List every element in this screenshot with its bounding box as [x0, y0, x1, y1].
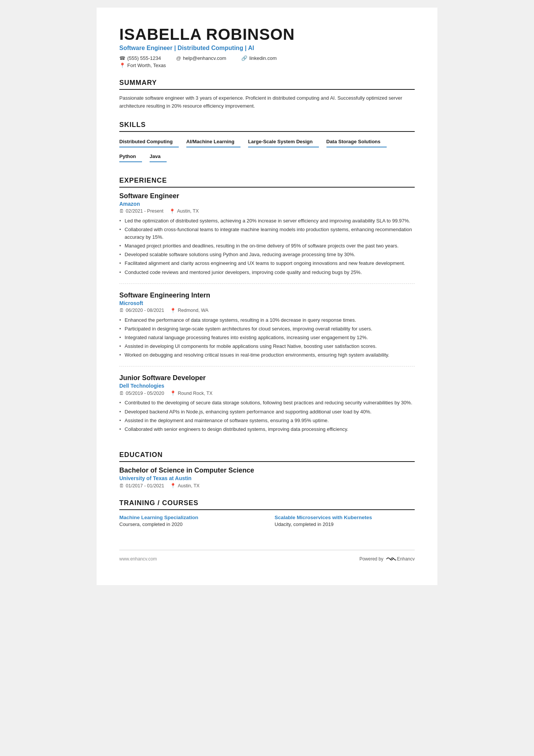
exp-bullet: Integrated natural language processing f… [119, 334, 415, 341]
summary-text: Passionate software engineer with 3 year… [119, 94, 415, 110]
training-item-sub: Udacity, completed in 2019 [275, 521, 415, 527]
exp-meta: 🗓 05/2019 - 05/2020 📍 Round Rock, TX [119, 390, 415, 396]
exp-job-title: Junior Software Developer [119, 374, 415, 382]
edu-school: University of Texas at Austin [119, 475, 415, 481]
exp-date: 🗓 06/2020 - 08/2021 [119, 308, 164, 313]
skill-item: Distributed Computing [119, 136, 179, 147]
exp-bullets: Contributed to the developing of secure … [119, 399, 415, 433]
candidate-name: ISABELLA ROBINSON [119, 26, 415, 43]
exp-company: Dell Technologies [119, 383, 415, 389]
powered-by-text: Powered by [359, 556, 383, 562]
location-row: 📍 Fort Worth, Texas [119, 63, 415, 68]
edu-meta: 🗓 01/2017 - 01/2021 📍 Austin, TX [119, 483, 415, 488]
exp-location: 📍 Redmond, WA [170, 308, 208, 313]
linkedin-icon: 🔗 [241, 55, 247, 61]
header: ISABELLA ROBINSON Software Engineer | Di… [119, 26, 415, 68]
skills-heading: SKILLS [119, 121, 415, 132]
education-section: EDUCATION Bachelor of Science in Compute… [119, 451, 415, 488]
training-section: TRAINING / COURSES Machine Learning Spec… [119, 499, 415, 527]
exp-company: Microsoft [119, 300, 415, 306]
exp-bullet: Contributed to the developing of secure … [119, 399, 415, 407]
location-icon: 📍 [119, 63, 125, 68]
education-heading: EDUCATION [119, 451, 415, 462]
calendar-icon: 🗓 [119, 308, 124, 313]
exp-meta: 🗓 02/2021 - Present 📍 Austin, TX [119, 208, 415, 214]
skill-item: Java [150, 151, 167, 162]
enhancv-logo-svg [386, 556, 396, 562]
exp-date: 🗓 05/2019 - 05/2020 [119, 391, 164, 396]
skill-item: Python [119, 151, 142, 162]
exp-date: 🗓 02/2021 - Present [119, 208, 163, 214]
training-heading: TRAINING / COURSES [119, 499, 415, 510]
edu-date: 🗓 01/2017 - 01/2021 [119, 483, 164, 488]
exp-bullet: Developed backend APIs in Node.js, enhan… [119, 408, 415, 416]
training-item-sub: Coursera, completed in 2020 [119, 521, 259, 527]
linkedin-url: linkedin.com [249, 55, 276, 61]
candidate-title: Software Engineer | Distributed Computin… [119, 45, 415, 52]
training-item: Scalable Microservices with KubernetesUd… [275, 515, 415, 527]
edu-degree: Bachelor of Science in Computer Science [119, 466, 415, 474]
exp-company: Amazon [119, 201, 415, 207]
experience-section: EXPERIENCE Software EngineerAmazon 🗓 02/… [119, 177, 415, 440]
calendar-icon: 🗓 [119, 208, 124, 214]
phone-icon: ☎ [119, 55, 125, 61]
exp-location: 📍 Round Rock, TX [170, 390, 212, 396]
footer-brand: Powered by Enhancv [359, 556, 415, 562]
calendar-icon: 🗓 [119, 391, 124, 396]
edu-location-icon: 📍 [170, 483, 176, 488]
exp-meta: 🗓 06/2020 - 08/2021 📍 Redmond, WA [119, 308, 415, 313]
skill-item: Data Storage Solutions [326, 136, 387, 147]
email-address: help@enhancv.com [183, 55, 226, 61]
exp-bullet: Collaborated with senior engineers to de… [119, 426, 415, 433]
exp-bullets: Enhanced the performance of data storage… [119, 316, 415, 359]
experience-entries: Software EngineerAmazon 🗓 02/2021 - Pres… [119, 192, 415, 440]
exp-bullet: Conducted code reviews and mentored juni… [119, 269, 415, 276]
enhancv-brand-name: Enhancv [397, 556, 415, 562]
location-text: Fort Worth, Texas [127, 63, 166, 68]
footer-website: www.enhancv.com [119, 556, 157, 562]
exp-bullets: Led the optimization of distributed syst… [119, 217, 415, 276]
enhancv-logo: Enhancv [386, 556, 415, 562]
exp-bullet: Developed scalable software solutions us… [119, 251, 415, 258]
training-item-title: Scalable Microservices with Kubernetes [275, 515, 415, 520]
training-item-title: Machine Learning Specialization [119, 515, 259, 520]
skills-section: SKILLS Distributed ComputingAI/Machine L… [119, 121, 415, 166]
exp-bullet: Assisted in the deployment and maintenan… [119, 417, 415, 424]
exp-location-icon: 📍 [170, 390, 176, 396]
training-grid: Machine Learning SpecializationCoursera,… [119, 515, 415, 527]
exp-location: 📍 Austin, TX [169, 208, 198, 214]
exp-job-title: Software Engineering Intern [119, 291, 415, 299]
exp-entry: Software EngineerAmazon 🗓 02/2021 - Pres… [119, 192, 415, 284]
exp-bullet: Assisted in developing UI components for… [119, 343, 415, 350]
contact-row: ☎ (555) 555-1234 @ help@enhancv.com 🔗 li… [119, 55, 415, 61]
experience-heading: EXPERIENCE [119, 177, 415, 188]
exp-location-icon: 📍 [169, 208, 175, 214]
phone-number: (555) 555-1234 [127, 55, 161, 61]
exp-bullet: Collaborated with cross-functional teams… [119, 226, 415, 241]
exp-bullet: Led the optimization of distributed syst… [119, 217, 415, 225]
exp-bullet: Facilitated alignment and clarity across… [119, 260, 415, 267]
exp-location-icon: 📍 [170, 308, 176, 313]
exp-bullet: Worked on debugging and resolving critic… [119, 351, 415, 359]
skill-item: Large-Scale System Design [248, 136, 319, 147]
exp-entry: Junior Software DeveloperDell Technologi… [119, 374, 415, 440]
linkedin-contact: 🔗 linkedin.com [241, 55, 276, 61]
exp-bullet: Enhanced the performance of data storage… [119, 316, 415, 324]
edu-location: 📍 Austin, TX [170, 483, 199, 488]
summary-section: SUMMARY Passionate software engineer wit… [119, 79, 415, 110]
email-icon: @ [176, 55, 181, 61]
exp-job-title: Software Engineer [119, 192, 415, 200]
exp-bullet: Participated in designing large-scale sy… [119, 325, 415, 333]
skill-item: AI/Machine Learning [186, 136, 240, 147]
exp-bullet: Managed project priorities and deadlines… [119, 242, 415, 250]
resume-page: ISABELLA ROBINSON Software Engineer | Di… [97, 8, 437, 585]
exp-entry: Software Engineering InternMicrosoft 🗓 0… [119, 291, 415, 367]
training-item: Machine Learning SpecializationCoursera,… [119, 515, 259, 527]
email-contact: @ help@enhancv.com [176, 55, 226, 61]
calendar-icon: 🗓 [119, 483, 124, 488]
summary-heading: SUMMARY [119, 79, 415, 90]
skills-list: Distributed ComputingAI/Machine Learning… [119, 136, 415, 166]
footer: www.enhancv.com Powered by Enhancv [119, 550, 415, 562]
phone-contact: ☎ (555) 555-1234 [119, 55, 161, 61]
